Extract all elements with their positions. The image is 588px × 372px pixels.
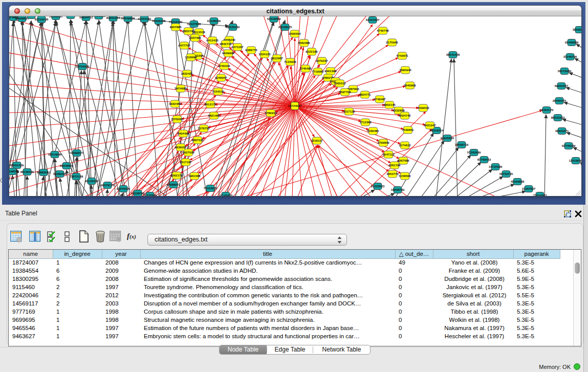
svg-text:57986872: 57986872 (167, 183, 181, 186)
svg-text:7378263: 7378263 (171, 118, 183, 121)
svg-text:74016400: 74016400 (169, 20, 183, 24)
svg-text:8613171: 8613171 (204, 103, 216, 106)
svg-text:91905865: 91905865 (441, 137, 454, 140)
svg-text:34624751: 34624751 (79, 16, 93, 19)
svg-text:8404499: 8404499 (177, 132, 189, 135)
svg-text:8424745: 8424745 (399, 114, 411, 117)
svg-text:4743671: 4743671 (396, 54, 408, 57)
svg-text:9740344: 9740344 (218, 64, 230, 68)
svg-text:27849808: 27849808 (121, 17, 135, 20)
svg-text:59514846: 59514846 (48, 153, 62, 156)
svg-text:81219136: 81219136 (35, 18, 49, 21)
svg-text:5160481: 5160481 (367, 129, 379, 133)
svg-text:4740748: 4740748 (377, 29, 389, 32)
svg-text:18724007: 18724007 (288, 104, 302, 107)
svg-text:7134936: 7134936 (284, 60, 296, 63)
svg-text:5674680: 5674680 (175, 87, 187, 90)
svg-text:45494808: 45494808 (511, 180, 525, 183)
svg-text:9649909: 9649909 (222, 52, 234, 55)
svg-text:9477752: 9477752 (178, 44, 190, 47)
svg-text:2400504: 2400504 (289, 32, 301, 35)
svg-text:1318699: 1318699 (185, 56, 197, 59)
svg-text:29946804: 29946804 (60, 164, 74, 167)
svg-text:31727889: 31727889 (143, 194, 157, 196)
svg-text:9386774: 9386774 (245, 49, 257, 52)
svg-text:20465375: 20465375 (553, 99, 567, 102)
svg-text:23226025: 23226025 (278, 26, 292, 29)
svg-text:30923271: 30923271 (555, 129, 569, 133)
svg-text:60883561: 60883561 (37, 171, 51, 174)
svg-text:7719065: 7719065 (312, 70, 324, 73)
svg-text:56464170: 56464170 (540, 108, 554, 112)
svg-text:0047113: 0047113 (382, 153, 395, 156)
svg-text:77434873: 77434873 (204, 187, 217, 190)
svg-text:05466889: 05466889 (565, 41, 579, 44)
svg-text:0471167: 0471167 (231, 46, 244, 49)
svg-text:63421607: 63421607 (366, 18, 380, 21)
svg-text:80531003: 80531003 (551, 116, 565, 119)
svg-text:36541458: 36541458 (446, 53, 460, 56)
svg-text:6627028: 6627028 (182, 151, 194, 154)
svg-text:2748467: 2748467 (374, 98, 386, 101)
svg-text:0932480: 0932480 (169, 102, 181, 105)
svg-text:9421047: 9421047 (424, 124, 436, 127)
svg-text:7565512: 7565512 (334, 82, 346, 85)
svg-text:14737996: 14737996 (489, 165, 503, 168)
svg-text:7439533: 7439533 (417, 106, 429, 110)
svg-text:8267586: 8267586 (397, 159, 409, 162)
svg-text:9222196: 9222196 (306, 50, 318, 53)
svg-text:9379237: 9379237 (316, 59, 328, 62)
svg-text:41241182: 41241182 (138, 17, 151, 20)
svg-text:52427868: 52427868 (187, 23, 201, 26)
svg-text:5562386: 5562386 (298, 41, 310, 45)
svg-text:5961586: 5961586 (188, 174, 201, 178)
svg-text:9261796: 9261796 (388, 164, 401, 167)
svg-text:2812067: 2812067 (271, 57, 283, 60)
svg-text:9636057: 9636057 (175, 146, 187, 149)
svg-text:93745299: 93745299 (562, 144, 576, 147)
svg-text:00379176: 00379176 (101, 184, 115, 187)
svg-text:69901627: 69901627 (555, 84, 569, 87)
svg-text:56482366: 56482366 (53, 172, 67, 176)
svg-text:93676320: 93676320 (117, 187, 130, 190)
svg-text:84251354: 84251354 (106, 16, 120, 19)
svg-text:73872148: 73872148 (70, 175, 83, 178)
svg-text:3174612: 3174612 (399, 144, 411, 147)
svg-text:57262849: 57262849 (467, 151, 481, 154)
svg-text:01128059: 01128059 (207, 19, 221, 23)
svg-text:1746488: 1746488 (299, 67, 312, 70)
svg-text:36690967: 36690967 (573, 28, 581, 31)
svg-text:40196556: 40196556 (9, 170, 19, 173)
svg-text:3695944: 3695944 (399, 69, 411, 72)
svg-text:4313518: 4313518 (193, 31, 205, 34)
svg-text:6232858: 6232858 (393, 109, 405, 112)
svg-text:47143455: 47143455 (219, 194, 233, 196)
svg-text:66319314: 66319314 (430, 129, 444, 132)
svg-text:0842710: 0842710 (220, 42, 232, 46)
svg-text:4316117: 4316117 (311, 139, 323, 142)
svg-text:68501429: 68501429 (10, 164, 24, 167)
svg-text:0249947: 0249947 (215, 76, 227, 79)
svg-text:8597703: 8597703 (339, 91, 351, 94)
svg-text:19399091: 19399091 (49, 16, 63, 18)
svg-text:8867533: 8867533 (191, 139, 204, 142)
svg-text:4824771: 4824771 (359, 93, 371, 96)
svg-text:1832421: 1832421 (181, 72, 193, 75)
svg-text:9821465: 9821465 (208, 114, 220, 117)
svg-text:4053773: 4053773 (386, 172, 399, 176)
svg-text:95134332: 95134332 (85, 180, 99, 183)
svg-text:12419049: 12419049 (569, 159, 581, 162)
svg-text:44935348: 44935348 (152, 19, 166, 23)
svg-text:50752735: 50752735 (499, 172, 513, 176)
svg-text:0262174: 0262174 (170, 174, 183, 177)
svg-text:3709859: 3709859 (377, 141, 389, 144)
svg-text:53315869: 53315869 (267, 17, 281, 20)
svg-text:77014363: 77014363 (533, 194, 547, 196)
svg-text:00978820: 00978820 (25, 16, 38, 17)
svg-text:16658760: 16658760 (391, 188, 405, 191)
svg-text:1712368: 1712368 (359, 121, 372, 124)
svg-text:2337498: 2337498 (189, 36, 201, 39)
svg-text:87769453: 87769453 (477, 158, 491, 161)
svg-text:5158506: 5158506 (399, 174, 411, 178)
svg-text:7549651: 7549651 (402, 128, 414, 132)
